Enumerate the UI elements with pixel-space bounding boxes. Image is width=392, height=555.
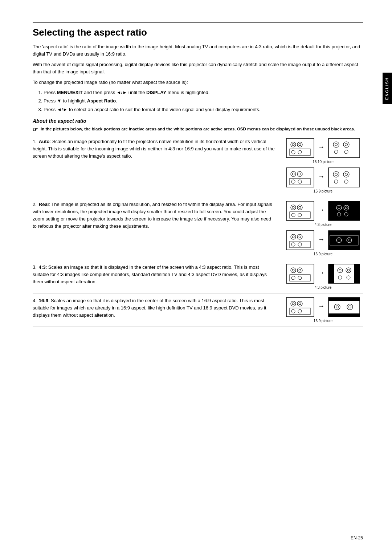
label-1610: 16:10 picture bbox=[313, 160, 334, 164]
item-43-diagrams: → bbox=[283, 264, 363, 289]
page-number: EN-25 bbox=[351, 535, 363, 540]
top-border bbox=[33, 22, 363, 23]
output-screen-real-169 bbox=[328, 230, 360, 251]
item-real-diagrams: → 4: bbox=[283, 201, 363, 256]
item-169-row: 4.16:9: Scales an image so that it is di… bbox=[33, 297, 363, 327]
arrow-3: → bbox=[318, 206, 324, 214]
item-auto-text: 1.Auto: Scales an image proportionally t… bbox=[33, 138, 276, 161]
svg-rect-38 bbox=[328, 201, 360, 220]
intro-para-3: To change the projected image ratio (no … bbox=[33, 79, 363, 86]
svg-rect-68 bbox=[328, 264, 334, 283]
english-tab: ENGLISH bbox=[383, 73, 392, 104]
step-3: Press ◄/► to select an aspect ratio to s… bbox=[44, 106, 363, 113]
output-screen-169 bbox=[328, 297, 360, 318]
input-proj-real-2 bbox=[286, 230, 314, 251]
arrow-2: → bbox=[318, 173, 324, 181]
diagram-auto-159: → 15:9 picture bbox=[286, 167, 360, 193]
item-43-row: 3.4:3: Scales an image so that it is dis… bbox=[33, 264, 363, 293]
intro-para-2: With the advent of digital signal proces… bbox=[33, 61, 363, 75]
output-screen-1610 bbox=[328, 138, 360, 159]
note-box: ☞ In the pictures below, the black porti… bbox=[33, 127, 363, 133]
svg-rect-85 bbox=[328, 297, 360, 301]
svg-rect-20 bbox=[290, 178, 310, 185]
label-real-43: 4:3 picture bbox=[315, 223, 332, 227]
item-real-text: 2.Real: The image is projected as its or… bbox=[33, 201, 276, 232]
svg-rect-86 bbox=[328, 313, 360, 317]
arrow-5: → bbox=[318, 269, 324, 277]
input-proj-169 bbox=[286, 297, 314, 318]
svg-rect-35 bbox=[290, 212, 310, 218]
page-container: ENGLISH Selecting the aspect ratio The '… bbox=[0, 0, 392, 555]
svg-rect-64 bbox=[290, 275, 310, 281]
steps-list: Press MENU/EXIT and then press ◄/► until… bbox=[44, 89, 363, 113]
diagram-169-pic: → bbox=[286, 297, 360, 323]
subsection-title: About the aspect ratio bbox=[33, 118, 363, 124]
svg-rect-5 bbox=[290, 149, 310, 155]
item-169-text: 4.16:9: Scales an image so that it is di… bbox=[33, 297, 276, 320]
item-auto-diagrams: → 16:10 picture bbox=[283, 138, 363, 193]
output-screen-159 bbox=[328, 167, 360, 189]
item-43-text: 3.4:3: Scales an image so that it is dis… bbox=[33, 264, 276, 287]
svg-rect-54 bbox=[330, 235, 358, 245]
item-169-diagrams: → bbox=[283, 297, 363, 323]
label-169-pic: 16:9 picture bbox=[314, 319, 332, 323]
input-proj-43 bbox=[286, 264, 314, 285]
input-proj-1 bbox=[286, 138, 314, 159]
svg-rect-23 bbox=[328, 168, 360, 187]
output-screen-43 bbox=[328, 264, 360, 285]
label-159: 15:9 picture bbox=[314, 189, 332, 193]
item-auto-row: 1.Auto: Scales an image proportionally t… bbox=[33, 138, 363, 197]
arrow-1: → bbox=[318, 143, 324, 151]
svg-rect-69 bbox=[354, 264, 360, 283]
svg-rect-81 bbox=[290, 308, 310, 315]
svg-rect-8 bbox=[328, 138, 360, 158]
svg-rect-50 bbox=[290, 241, 310, 248]
diagram-real-169: → 16:9 picture bbox=[286, 230, 360, 256]
arrow-6: → bbox=[318, 303, 324, 310]
step-2: Press ▼ to highlight Aspect Ratio. bbox=[44, 97, 363, 105]
diagram-auto-1610: → 16:10 picture bbox=[286, 138, 360, 164]
note-icon: ☞ bbox=[33, 126, 38, 133]
label-43-pic: 4:3 picture bbox=[315, 285, 332, 289]
arrow-4: → bbox=[318, 236, 324, 243]
diagram-real-43: → 4: bbox=[286, 201, 360, 227]
label-real-169: 16:9 picture bbox=[314, 252, 332, 256]
diagram-43-pic: → bbox=[286, 264, 360, 289]
input-proj-real-1 bbox=[286, 201, 314, 222]
page-title: Selecting the aspect ratio bbox=[33, 27, 363, 38]
note-text: In the pictures below, the black portion… bbox=[41, 127, 355, 131]
input-proj-2 bbox=[286, 167, 314, 189]
item-real-row: 2.Real: The image is projected as its or… bbox=[33, 201, 363, 260]
intro-para-1: The 'aspect ratio' is the ratio of the i… bbox=[33, 43, 363, 57]
step-1: Press MENU/EXIT and then press ◄/► until… bbox=[44, 89, 363, 96]
output-screen-real-43 bbox=[328, 201, 360, 222]
